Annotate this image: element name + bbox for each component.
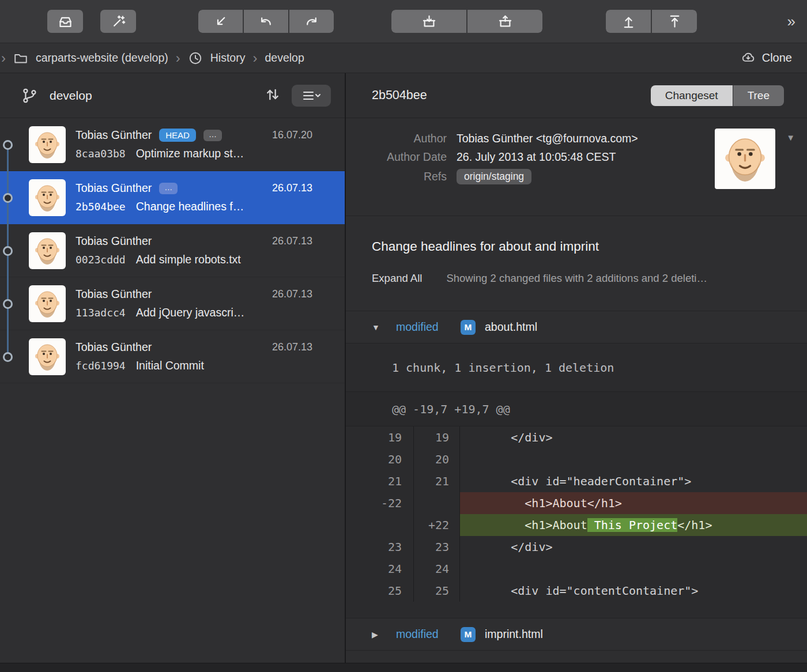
diff-line-context: 19 19 </div> [346,426,807,448]
old-line-number: 19 [346,426,414,448]
commit-date: 16.07.20 [272,129,312,141]
hunk-header: @@ -19,7 +19,7 @@ [392,402,510,416]
new-line-number: 19 [414,426,460,448]
expand-all-button[interactable]: Expand All [372,272,422,285]
commit-row[interactable]: Tobias Günther HEAD … 16.07.20 8caa03b8 … [0,118,345,171]
new-line-number: +22 [414,514,460,536]
file-name: imprint.html [485,628,543,641]
breadcrumb-repo[interactable]: carparts-website (develop) [36,51,168,65]
avatar-menu-caret[interactable]: ▼ [783,132,798,143]
commit-hash: 113adcc4 [76,307,126,319]
clone-button[interactable]: Clone [741,51,792,66]
new-line-number: 25 [414,580,460,602]
push-group [606,10,697,33]
compare-button[interactable] [264,86,281,104]
commit-hash: 8caa03b8 [76,148,126,160]
cloud-download-icon [741,51,756,66]
old-line-number [346,514,414,536]
main-split: develop [0,73,807,663]
detail-commit-hash: 2b504bee [372,88,427,103]
clone-label: Clone [762,51,792,65]
new-line-number: 21 [414,470,460,492]
commit-row[interactable]: Tobias Günther 26.07.13 113adcc4 Add jQu… [0,277,345,330]
pull-branch-button[interactable] [244,10,288,33]
stash-apply-button[interactable] [467,10,542,33]
magic-wand-icon [111,14,126,29]
old-line-number: -22 [346,492,414,514]
file-row-about[interactable]: ▼ modified M about.html [346,311,807,343]
push-up-icon [621,14,636,29]
chevron-right-icon: › [1,51,6,65]
avatar [29,338,66,375]
more-refs-badge[interactable]: … [159,183,178,194]
author-value: Tobias Günther <tg@fournova.com> [457,132,638,145]
commit-list: Tobias Günther HEAD … 16.07.20 8caa03b8 … [0,118,345,663]
stash-group [391,10,542,33]
breadcrumb-history[interactable]: History [210,51,246,65]
ref-badge[interactable]: origin/staging [457,169,531,184]
old-line-number: 24 [346,558,414,580]
commit-hash: fcd61994 [76,360,126,372]
open-repo-button[interactable] [47,10,83,33]
detail-header: 2b504bee Changeset Tree [346,73,807,118]
commit-text: Tobias Günther HEAD … 16.07.20 8caa03b8 … [76,129,345,160]
modified-badge: M [461,320,476,335]
stash-save-icon [421,14,437,29]
disclosure-triangle-collapsed[interactable]: ▶ [372,630,386,639]
detail-panel-spacer [346,651,807,663]
commit-author: Tobias Günther [76,235,152,248]
old-line-number: 25 [346,580,414,602]
commit-row-selected[interactable]: Tobias Günther … 26.07.13 2b504bee Chang… [0,171,345,224]
merge-button[interactable] [198,10,243,33]
author-date-label: Author Date [346,150,447,164]
toolbar-overflow-chevrons[interactable]: » [787,13,794,31]
push-button[interactable] [606,10,651,33]
commit-message: Optimize markup st… [136,147,244,160]
chunk-summary: 1 chunk, 1 insertion, 1 deletion [392,361,614,375]
open-repo-icon [58,14,73,29]
commit-text: Tobias Günther 26.07.13 fcd61994 Initial… [76,341,345,372]
changes-summary: Showing 2 changed files with 2 additions… [446,272,707,285]
new-line-number [414,492,460,514]
force-push-button[interactable] [652,10,697,33]
commit-row[interactable]: Tobias Günther 26.07.13 0023cddd Add sim… [0,224,345,277]
status-bar [0,663,807,672]
file-row-imprint[interactable]: ▶ modified M imprint.html [346,618,807,651]
old-line-number: 21 [346,470,414,492]
diff-line-context: 24 24 [346,558,807,580]
file-status: modified [396,628,446,641]
stash-save-button[interactable] [391,10,466,33]
commit-date: 26.07.13 [272,235,312,247]
author-block: Author Tobias Günther <tg@fournova.com> … [346,118,807,216]
modified-badge: M [461,627,476,642]
breadcrumb-branch[interactable]: develop [265,51,304,65]
commit-message: Initial Commit [136,359,204,372]
commit-message-title: Change headlines for about and imprint [372,239,784,254]
author-label: Author [346,132,447,145]
commit-message: Add simple robots.txt [136,253,241,266]
file-status: modified [396,320,446,334]
diff-line-deletion: -22 <h1>About</h1> [346,492,807,514]
diff-line-context: 21 21 <div id="headerContainer"> [346,470,807,492]
diff-line-context: 25 25 <div id="contentContainer"> [346,580,807,602]
list-options-button[interactable] [292,85,331,107]
view-mode-segmented-control: Changeset Tree [651,85,784,106]
hunk-header-row: @@ -19,7 +19,7 @@ [346,392,807,426]
head-badge: HEAD [159,129,196,142]
commit-message: Change headlines f… [136,200,244,213]
tab-changeset[interactable]: Changeset [651,85,733,106]
commit-message-section: Change headlines for about and imprint E… [346,216,807,311]
more-refs-badge[interactable]: … [203,130,222,141]
commit-row[interactable]: Tobias Günther 26.07.13 fcd61994 Initial… [0,330,345,383]
commit-date: 26.07.13 [272,182,312,194]
tab-tree[interactable]: Tree [733,85,784,106]
quick-actions-button[interactable] [100,10,136,33]
inline-change-highlight: This Project [587,518,678,532]
chevron-right-icon: › [252,51,257,65]
disclosure-triangle-expanded[interactable]: ▼ [372,323,386,332]
cherry-pick-button[interactable] [289,10,334,33]
code-line: <h1>About</h1> [460,492,807,514]
avatar [29,285,66,322]
chunk-summary-row: 1 chunk, 1 insertion, 1 deletion [346,343,807,392]
new-line-number: 20 [414,448,460,470]
